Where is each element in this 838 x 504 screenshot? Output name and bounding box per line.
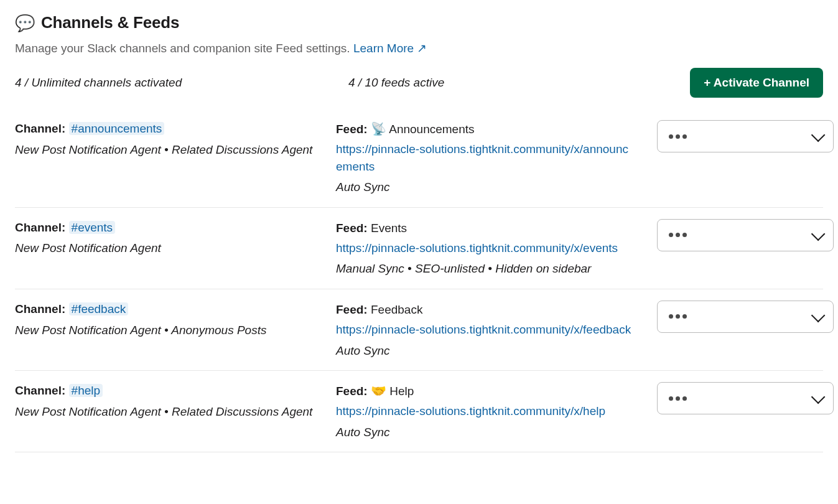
- page-title: Channels & Feeds: [41, 11, 179, 35]
- channel-cell: Channel: #feedback New Post Notification…: [15, 301, 326, 338]
- channel-cell: Channel: #events New Post Notification A…: [15, 219, 326, 257]
- channel-row: Channel: #announcements New Post Notific…: [15, 109, 823, 208]
- channel-row: Channel: #feedback New Post Notification…: [15, 289, 823, 371]
- feed-url-link[interactable]: https://pinnacle-solutions.tightknit.com…: [336, 240, 635, 257]
- channel-label: Channel:: [15, 384, 65, 397]
- ellipsis-icon: [669, 314, 687, 319]
- chevron-down-icon: [811, 226, 826, 241]
- row-actions-dropdown[interactable]: [657, 301, 834, 333]
- page-header: 💬 Channels & Feeds: [15, 11, 823, 35]
- row-actions-dropdown[interactable]: [657, 120, 834, 152]
- channel-label: Channel:: [15, 221, 65, 234]
- feed-name: Feedback: [371, 303, 422, 316]
- speech-bubble-icon: 💬: [15, 15, 35, 31]
- actions-cell: [657, 120, 834, 152]
- feed-cell: Feed: 📡 Announcements https://pinnacle-s…: [336, 120, 647, 196]
- channels-stat: 4 / Unlimited channels activated: [15, 74, 338, 91]
- channel-row: Channel: #events New Post Notification A…: [15, 208, 823, 289]
- feed-name: Events: [371, 222, 407, 235]
- chevron-down-icon: [811, 128, 826, 142]
- feed-label: Feed:: [336, 222, 368, 235]
- channel-meta: New Post Notification Agent • Related Di…: [15, 403, 326, 421]
- ellipsis-icon: [669, 396, 687, 401]
- feed-cell: Feed: Feedback https://pinnacle-solution…: [336, 301, 647, 359]
- actions-cell: [657, 382, 834, 414]
- channel-link[interactable]: #help: [69, 384, 103, 397]
- row-actions-dropdown[interactable]: [657, 382, 834, 414]
- feed-url-link[interactable]: https://pinnacle-solutions.tightknit.com…: [336, 403, 635, 420]
- learn-more-link[interactable]: Learn More ↗: [353, 42, 427, 55]
- channel-cell: Channel: #help New Post Notification Age…: [15, 382, 326, 420]
- feed-name: Announcements: [389, 123, 474, 136]
- actions-cell: [657, 301, 834, 333]
- channel-meta: New Post Notification Agent • Related Di…: [15, 141, 326, 159]
- channel-link[interactable]: #events: [69, 221, 116, 234]
- channel-link[interactable]: #announcements: [69, 122, 165, 135]
- page-subtitle: Manage your Slack channels and companion…: [15, 40, 823, 57]
- subtitle-text: Manage your Slack channels and companion…: [15, 42, 350, 55]
- chevron-down-icon: [811, 309, 826, 323]
- feed-cell: Feed: 🤝 Help https://pinnacle-solutions.…: [336, 382, 647, 441]
- channels-list: Channel: #announcements New Post Notific…: [15, 109, 823, 452]
- feed-url-link[interactable]: https://pinnacle-solutions.tightknit.com…: [336, 321, 635, 338]
- channel-label: Channel:: [15, 302, 65, 315]
- channel-cell: Channel: #announcements New Post Notific…: [15, 120, 326, 158]
- feed-label: Feed:: [336, 385, 368, 398]
- feed-sync-meta: Auto Sync: [336, 179, 647, 196]
- feed-sync-meta: Manual Sync • SEO-unlisted • Hidden on s…: [336, 260, 647, 278]
- feed-cell: Feed: Events https://pinnacle-solutions.…: [336, 219, 647, 278]
- feed-name: Help: [389, 385, 414, 398]
- feed-label: Feed:: [336, 123, 368, 136]
- activate-channel-button[interactable]: + Activate Channel: [690, 68, 823, 98]
- channel-meta: New Post Notification Agent • Anonymous …: [15, 322, 326, 339]
- feed-sync-meta: Auto Sync: [336, 342, 647, 360]
- feed-emoji-icon: 🤝: [371, 384, 386, 398]
- channel-row: Channel: #help New Post Notification Age…: [15, 371, 823, 452]
- channel-meta: New Post Notification Agent: [15, 240, 326, 257]
- actions-cell: [657, 219, 834, 251]
- ellipsis-icon: [669, 134, 687, 139]
- feed-url-link[interactable]: https://pinnacle-solutions.tightknit.com…: [336, 141, 635, 175]
- channel-label: Channel:: [15, 122, 65, 135]
- channel-link[interactable]: #feedback: [69, 302, 129, 315]
- feed-emoji-icon: 📡: [371, 122, 386, 136]
- feeds-stat: 4 / 10 feeds active: [348, 74, 680, 91]
- chevron-down-icon: [811, 390, 826, 404]
- row-actions-dropdown[interactable]: [657, 219, 834, 251]
- feed-label: Feed:: [336, 303, 368, 316]
- ellipsis-icon: [669, 233, 687, 237]
- feed-sync-meta: Auto Sync: [336, 424, 647, 441]
